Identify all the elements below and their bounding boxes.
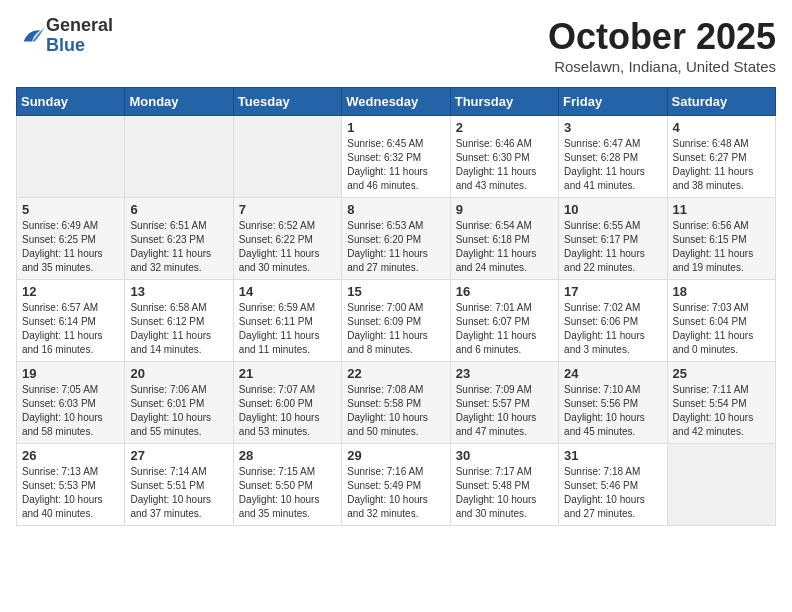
day-info: Sunrise: 6:59 AM Sunset: 6:11 PM Dayligh… [239,301,336,357]
calendar-week-row: 19Sunrise: 7:05 AM Sunset: 6:03 PM Dayli… [17,362,776,444]
day-number: 8 [347,202,444,217]
calendar-day-cell: 26Sunrise: 7:13 AM Sunset: 5:53 PM Dayli… [17,444,125,526]
day-info: Sunrise: 6:54 AM Sunset: 6:18 PM Dayligh… [456,219,553,275]
calendar-week-row: 12Sunrise: 6:57 AM Sunset: 6:14 PM Dayli… [17,280,776,362]
calendar-day-cell: 25Sunrise: 7:11 AM Sunset: 5:54 PM Dayli… [667,362,775,444]
day-number: 25 [673,366,770,381]
day-number: 5 [22,202,119,217]
day-info: Sunrise: 7:03 AM Sunset: 6:04 PM Dayligh… [673,301,770,357]
calendar-week-row: 5Sunrise: 6:49 AM Sunset: 6:25 PM Daylig… [17,198,776,280]
day-number: 14 [239,284,336,299]
calendar-day-cell: 17Sunrise: 7:02 AM Sunset: 6:06 PM Dayli… [559,280,667,362]
page-header: General Blue October 2025 Roselawn, Indi… [16,16,776,75]
calendar-day-cell [233,116,341,198]
day-header-wednesday: Wednesday [342,88,450,116]
calendar-day-cell: 1Sunrise: 6:45 AM Sunset: 6:32 PM Daylig… [342,116,450,198]
day-info: Sunrise: 7:16 AM Sunset: 5:49 PM Dayligh… [347,465,444,521]
day-info: Sunrise: 7:06 AM Sunset: 6:01 PM Dayligh… [130,383,227,439]
day-number: 30 [456,448,553,463]
calendar-day-cell: 30Sunrise: 7:17 AM Sunset: 5:48 PM Dayli… [450,444,558,526]
day-number: 17 [564,284,661,299]
day-info: Sunrise: 6:52 AM Sunset: 6:22 PM Dayligh… [239,219,336,275]
calendar-day-cell: 11Sunrise: 6:56 AM Sunset: 6:15 PM Dayli… [667,198,775,280]
day-number: 12 [22,284,119,299]
calendar-day-cell [17,116,125,198]
calendar-day-cell: 31Sunrise: 7:18 AM Sunset: 5:46 PM Dayli… [559,444,667,526]
day-info: Sunrise: 6:53 AM Sunset: 6:20 PM Dayligh… [347,219,444,275]
day-info: Sunrise: 7:10 AM Sunset: 5:56 PM Dayligh… [564,383,661,439]
day-info: Sunrise: 7:18 AM Sunset: 5:46 PM Dayligh… [564,465,661,521]
calendar-day-cell: 13Sunrise: 6:58 AM Sunset: 6:12 PM Dayli… [125,280,233,362]
calendar-day-cell: 29Sunrise: 7:16 AM Sunset: 5:49 PM Dayli… [342,444,450,526]
day-number: 3 [564,120,661,135]
day-number: 18 [673,284,770,299]
calendar-day-cell: 8Sunrise: 6:53 AM Sunset: 6:20 PM Daylig… [342,198,450,280]
calendar-day-cell [125,116,233,198]
day-info: Sunrise: 7:13 AM Sunset: 5:53 PM Dayligh… [22,465,119,521]
calendar-day-cell: 14Sunrise: 6:59 AM Sunset: 6:11 PM Dayli… [233,280,341,362]
day-header-thursday: Thursday [450,88,558,116]
calendar-day-cell: 28Sunrise: 7:15 AM Sunset: 5:50 PM Dayli… [233,444,341,526]
day-header-monday: Monday [125,88,233,116]
calendar-day-cell: 12Sunrise: 6:57 AM Sunset: 6:14 PM Dayli… [17,280,125,362]
day-number: 9 [456,202,553,217]
day-info: Sunrise: 6:45 AM Sunset: 6:32 PM Dayligh… [347,137,444,193]
calendar-day-cell: 23Sunrise: 7:09 AM Sunset: 5:57 PM Dayli… [450,362,558,444]
day-number: 16 [456,284,553,299]
day-info: Sunrise: 7:01 AM Sunset: 6:07 PM Dayligh… [456,301,553,357]
day-number: 21 [239,366,336,381]
day-number: 23 [456,366,553,381]
calendar-day-cell: 7Sunrise: 6:52 AM Sunset: 6:22 PM Daylig… [233,198,341,280]
calendar-day-cell: 2Sunrise: 6:46 AM Sunset: 6:30 PM Daylig… [450,116,558,198]
day-number: 11 [673,202,770,217]
day-info: Sunrise: 7:05 AM Sunset: 6:03 PM Dayligh… [22,383,119,439]
title-section: October 2025 Roselawn, Indiana, United S… [548,16,776,75]
calendar-day-cell: 24Sunrise: 7:10 AM Sunset: 5:56 PM Dayli… [559,362,667,444]
day-number: 13 [130,284,227,299]
day-number: 2 [456,120,553,135]
calendar-header-row: SundayMondayTuesdayWednesdayThursdayFrid… [17,88,776,116]
calendar-week-row: 26Sunrise: 7:13 AM Sunset: 5:53 PM Dayli… [17,444,776,526]
day-number: 26 [22,448,119,463]
day-info: Sunrise: 6:47 AM Sunset: 6:28 PM Dayligh… [564,137,661,193]
day-number: 29 [347,448,444,463]
day-number: 22 [347,366,444,381]
month-title: October 2025 [548,16,776,58]
day-info: Sunrise: 7:09 AM Sunset: 5:57 PM Dayligh… [456,383,553,439]
day-info: Sunrise: 7:11 AM Sunset: 5:54 PM Dayligh… [673,383,770,439]
calendar-week-row: 1Sunrise: 6:45 AM Sunset: 6:32 PM Daylig… [17,116,776,198]
logo: General Blue [16,16,113,56]
day-number: 24 [564,366,661,381]
day-number: 4 [673,120,770,135]
day-number: 31 [564,448,661,463]
day-header-saturday: Saturday [667,88,775,116]
day-number: 20 [130,366,227,381]
day-number: 27 [130,448,227,463]
calendar-day-cell: 16Sunrise: 7:01 AM Sunset: 6:07 PM Dayli… [450,280,558,362]
calendar-day-cell: 3Sunrise: 6:47 AM Sunset: 6:28 PM Daylig… [559,116,667,198]
calendar-table: SundayMondayTuesdayWednesdayThursdayFrid… [16,87,776,526]
calendar-day-cell: 18Sunrise: 7:03 AM Sunset: 6:04 PM Dayli… [667,280,775,362]
day-header-tuesday: Tuesday [233,88,341,116]
day-number: 10 [564,202,661,217]
logo-text: General Blue [46,16,113,56]
day-header-friday: Friday [559,88,667,116]
day-info: Sunrise: 7:14 AM Sunset: 5:51 PM Dayligh… [130,465,227,521]
day-info: Sunrise: 6:55 AM Sunset: 6:17 PM Dayligh… [564,219,661,275]
day-number: 28 [239,448,336,463]
day-info: Sunrise: 6:49 AM Sunset: 6:25 PM Dayligh… [22,219,119,275]
calendar-day-cell: 6Sunrise: 6:51 AM Sunset: 6:23 PM Daylig… [125,198,233,280]
day-number: 6 [130,202,227,217]
day-header-sunday: Sunday [17,88,125,116]
day-info: Sunrise: 7:02 AM Sunset: 6:06 PM Dayligh… [564,301,661,357]
calendar-day-cell: 9Sunrise: 6:54 AM Sunset: 6:18 PM Daylig… [450,198,558,280]
calendar-day-cell: 15Sunrise: 7:00 AM Sunset: 6:09 PM Dayli… [342,280,450,362]
day-info: Sunrise: 6:57 AM Sunset: 6:14 PM Dayligh… [22,301,119,357]
day-info: Sunrise: 7:17 AM Sunset: 5:48 PM Dayligh… [456,465,553,521]
logo-icon [18,22,46,50]
logo-general: General [46,16,113,36]
day-info: Sunrise: 7:08 AM Sunset: 5:58 PM Dayligh… [347,383,444,439]
calendar-day-cell: 22Sunrise: 7:08 AM Sunset: 5:58 PM Dayli… [342,362,450,444]
calendar-day-cell: 20Sunrise: 7:06 AM Sunset: 6:01 PM Dayli… [125,362,233,444]
day-number: 15 [347,284,444,299]
